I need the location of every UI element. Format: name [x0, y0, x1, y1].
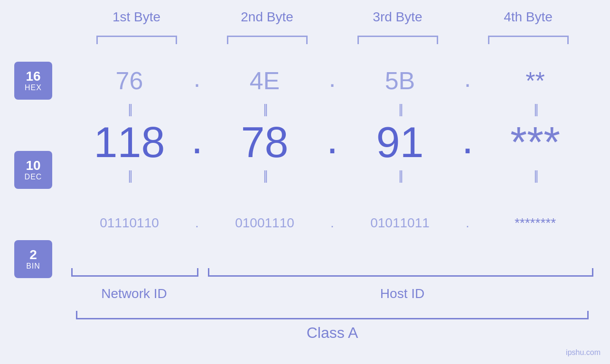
hex-cell-1: 76 — [71, 66, 188, 95]
equals-cell-8: || — [477, 168, 593, 183]
hex-value-2: 4E — [250, 66, 280, 95]
dec-cell-1: 118 — [71, 118, 188, 167]
bin-cell-3: 01011011 — [342, 215, 458, 231]
dec-value-4: *** — [510, 118, 560, 167]
equals-row-2: || || || || — [71, 166, 593, 185]
byte2-header: 2nd Byte — [202, 9, 332, 25]
hex-cell-2: 4E — [206, 66, 323, 95]
hex-dot-sep-2: . — [329, 64, 336, 93]
dec-dot-2: . — [323, 121, 342, 163]
dec-row: 118 . 78 . 91 . *** — [71, 119, 593, 166]
bracket-cell-2 — [202, 36, 332, 44]
bin-value-1: 01110110 — [100, 215, 159, 231]
watermark: ipshu.com — [566, 348, 601, 357]
class-section: Class A — [71, 311, 593, 342]
equals-cell-5: || — [71, 168, 188, 183]
bin-dot-1: . — [188, 215, 206, 231]
class-bracket — [76, 311, 589, 319]
bin-value-3: 01011011 — [370, 215, 430, 231]
host-bracket-bottom — [208, 268, 593, 277]
hex-value-3: 5B — [385, 66, 415, 95]
hex-row: 76 . 4E . 5B . ** — [71, 62, 593, 100]
equals-cell-2: || — [206, 102, 323, 117]
network-bracket-bottom — [71, 268, 198, 277]
bracket-cell-3 — [332, 36, 463, 44]
bracket-cell-4 — [463, 36, 593, 44]
equals-cell-4: || — [477, 102, 593, 117]
hex-base-name: HEX — [25, 84, 42, 92]
bin-value-2: 01001110 — [235, 215, 294, 231]
host-id-label: Host ID — [211, 286, 593, 301]
dec-value-3: 91 — [376, 118, 423, 167]
bottom-section: Network ID Host ID — [71, 268, 593, 301]
dec-cell-3: 91 — [342, 118, 458, 167]
main-container: 1st Byte 2nd Byte 3rd Byte 4th Byte 16 H… — [0, 0, 610, 364]
equals-cell-6: || — [206, 168, 323, 183]
network-id-label: Network ID — [71, 286, 197, 301]
bracket-cell-1 — [71, 36, 202, 44]
hex-value-4: ** — [526, 66, 544, 95]
bin-cell-2: 01001110 — [206, 215, 323, 231]
hex-dot-2: . — [323, 69, 342, 93]
byte1-header: 1st Byte — [71, 9, 202, 25]
bin-value-4: ******** — [515, 215, 556, 231]
dec-cell-2: 78 — [206, 118, 323, 167]
dec-dot-3: . — [458, 121, 477, 163]
byte-headers: 1st Byte 2nd Byte 3rd Byte 4th Byte — [71, 9, 593, 25]
class-label: Class A — [71, 324, 593, 342]
bottom-brackets-row — [71, 268, 593, 282]
bracket-top-2 — [227, 36, 308, 44]
base-labels: 16 HEX 10 DEC 2 BIN — [14, 62, 52, 278]
equals-cell-1: || — [71, 102, 188, 117]
dec-dot-1: . — [188, 121, 206, 163]
dec-value-1: 118 — [94, 118, 165, 167]
dec-dot-sep-2: . — [326, 114, 338, 163]
dec-cell-4: *** — [477, 118, 593, 167]
equals-cell-7: || — [342, 168, 458, 183]
bin-dot-2: . — [323, 215, 342, 231]
hex-badge: 16 HEX — [14, 62, 52, 100]
bracket-top-1 — [96, 36, 177, 44]
bin-badge: 2 BIN — [14, 240, 52, 278]
hex-cell-3: 5B — [342, 66, 458, 95]
hex-value-1: 76 — [116, 66, 143, 95]
byte3-header: 3rd Byte — [332, 9, 463, 25]
hex-dot-sep-1: . — [194, 64, 200, 93]
bin-cell-4: ******** — [477, 215, 593, 231]
bin-dot-sep-2: . — [330, 215, 334, 231]
dec-value-2: 78 — [241, 118, 288, 167]
equals-cell-3: || — [342, 102, 458, 117]
bin-base-name: BIN — [26, 262, 40, 271]
hex-dot-3: . — [458, 69, 477, 93]
dec-dot-sep-3: . — [461, 114, 473, 163]
bin-base-number: 2 — [29, 248, 37, 262]
dec-badge: 10 DEC — [14, 151, 52, 189]
bin-cell-1: 01110110 — [71, 215, 188, 231]
bracket-top-4 — [488, 36, 569, 44]
hex-cell-4: ** — [477, 66, 593, 95]
bin-row: 01110110 . 01001110 . 01011011 . *******… — [71, 204, 593, 242]
hex-base-number: 16 — [26, 69, 40, 84]
top-brackets — [71, 36, 593, 44]
data-rows: 76 . 4E . 5B . ** || || — [71, 62, 593, 242]
bin-dot-sep-3: . — [466, 215, 469, 231]
dec-base-number: 10 — [26, 159, 40, 173]
byte4-header: 4th Byte — [463, 9, 593, 25]
hex-dot-1: . — [188, 69, 206, 93]
bin-dot-3: . — [458, 215, 477, 231]
labels-row: Network ID Host ID — [71, 286, 593, 301]
bin-dot-sep-1: . — [195, 215, 199, 231]
dec-base-name: DEC — [25, 173, 42, 181]
bracket-top-3 — [357, 36, 438, 44]
dec-dot-sep-1: . — [191, 114, 203, 163]
hex-dot-sep-3: . — [464, 64, 471, 93]
